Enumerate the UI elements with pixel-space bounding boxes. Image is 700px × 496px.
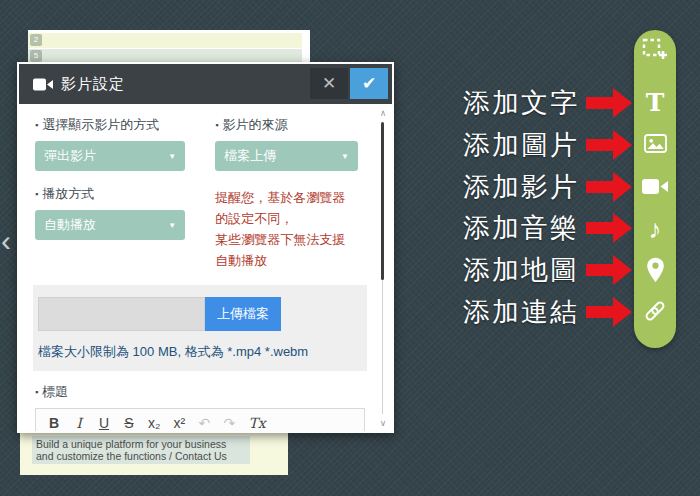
dialog-body: ▪選擇顯示影片的方式 彈出影片 ▼ ▪影片的來源 檔案上傳 ▼	[19, 104, 392, 433]
add-map-button[interactable]	[634, 257, 676, 287]
arrow-right-icon	[586, 213, 632, 243]
display-method-label: ▪選擇顯示影片的方式	[35, 116, 185, 134]
arrow-right-icon	[586, 88, 632, 118]
confirm-check-icon[interactable]: ✔	[350, 68, 388, 99]
close-icon[interactable]: ✕	[310, 68, 348, 99]
annotation-add-video: 添加影片	[450, 171, 632, 203]
map-pin-icon	[646, 257, 665, 287]
annotation-add-music: 添加音樂	[450, 212, 632, 244]
add-video-button[interactable]	[634, 174, 676, 202]
page-callout-text: Build a unique platform for your busines…	[32, 436, 250, 464]
richtext-editor: B I U S x₂ x² ↶ ↷ Tx	[35, 408, 365, 433]
desktop-background: 2 5 Build a unique platform for your bus…	[0, 0, 700, 496]
playback-method-label: ▪播放方式	[35, 185, 185, 203]
video-source-select[interactable]: 檔案上傳 ▼	[215, 141, 358, 171]
dialog-title: 影片設定	[61, 75, 125, 94]
chevron-down-icon: ▼	[341, 152, 349, 161]
display-method-value: 彈出影片	[44, 147, 96, 165]
underline-icon[interactable]: U	[98, 415, 110, 431]
file-size-hint: 檔案大小限制為 100 MB, 格式為 *.mp4 *.webm	[38, 343, 362, 361]
add-music-button[interactable]: ♪	[634, 215, 676, 243]
annotation-add-text: 添加文字	[450, 87, 632, 119]
annotation-label: 添加文字	[463, 85, 579, 121]
scrollbar-thumb[interactable]	[381, 122, 384, 280]
arrow-right-icon	[586, 297, 632, 327]
section-number-badge: 5	[30, 50, 42, 62]
annotation-label: 添加連結	[463, 294, 579, 330]
bullet-icon: ▪	[215, 120, 218, 130]
arrow-right-icon	[586, 255, 632, 285]
undo-icon[interactable]: ↶	[198, 415, 210, 431]
file-name-input[interactable]	[38, 297, 205, 331]
chevron-down-icon: ▼	[168, 152, 176, 161]
dialog-header: 影片設定 ✕ ✔	[19, 64, 392, 104]
video-camera-icon	[642, 178, 668, 199]
video-source-value: 檔案上傳	[224, 147, 276, 165]
video-camera-icon	[33, 78, 53, 91]
add-image-button[interactable]	[634, 131, 676, 159]
arrow-right-icon	[586, 172, 632, 202]
add-elements-toolbar: T ♪	[634, 30, 676, 348]
subscript-icon[interactable]: x₂	[148, 415, 160, 431]
image-icon	[644, 134, 667, 157]
annotation-label: 添加影片	[463, 169, 579, 205]
title-section-label: ▪標題	[35, 383, 358, 401]
bullet-icon: ▪	[35, 189, 38, 199]
add-link-button[interactable]	[634, 299, 676, 327]
italic-icon[interactable]: I	[73, 415, 85, 431]
video-source-label: ▪影片的來源	[215, 116, 358, 134]
upload-file-button[interactable]: 上傳檔案	[205, 297, 281, 331]
bullet-icon: ▪	[35, 120, 38, 130]
add-section-button[interactable]	[634, 38, 676, 66]
annotation-label: 添加音樂	[463, 210, 579, 246]
bullet-icon: ▪	[35, 387, 38, 397]
upload-panel: 上傳檔案 檔案大小限制為 100 MB, 格式為 *.mp4 *.webm	[33, 285, 367, 371]
annotation-add-map: 添加地圖	[450, 254, 632, 286]
scroll-up-icon[interactable]: ∧	[377, 108, 389, 118]
marquee-add-icon	[642, 38, 668, 66]
page-section-row: 2	[28, 33, 302, 48]
chevron-down-icon: ▼	[168, 221, 176, 230]
redo-icon[interactable]: ↷	[223, 415, 235, 431]
editor-toolbar-row1: B I U S x₂ x² ↶ ↷ Tx	[36, 409, 364, 433]
text-tool-icon: T	[646, 90, 665, 116]
remove-format-icon[interactable]: Tx	[248, 415, 265, 431]
annotation-label: 添加圖片	[463, 127, 579, 163]
section-number-badge: 2	[30, 34, 42, 46]
background-page-top: 2 5	[28, 30, 310, 62]
background-page-bottom: Build a unique platform for your busines…	[20, 433, 288, 475]
annotation-label: 添加地圖	[463, 252, 579, 288]
dialog-scrollbar: ∧ ∨	[377, 108, 389, 428]
playback-method-select[interactable]: 自動播放 ▼	[35, 210, 185, 240]
playback-method-value: 自動播放	[44, 216, 96, 234]
annotation-add-image: 添加圖片	[450, 129, 632, 161]
autoplay-warning-text: 提醒您，基於各瀏覽器的設定不同， 某些瀏覽器下無法支援自動播放	[215, 187, 358, 271]
scroll-down-icon[interactable]: ∨	[377, 418, 389, 428]
add-text-button[interactable]: T	[634, 89, 676, 117]
video-settings-dialog: 影片設定 ✕ ✔ ▪選擇顯示影片的方式 彈出影片 ▼ ▪影片的來源	[17, 62, 394, 433]
chevron-left-icon[interactable]: ‹	[1, 226, 11, 256]
music-note-icon: ♪	[649, 216, 662, 242]
strikethrough-icon[interactable]: S	[123, 415, 135, 431]
arrow-right-icon	[586, 130, 632, 160]
link-icon	[643, 299, 667, 327]
display-method-select[interactable]: 彈出影片 ▼	[35, 141, 185, 171]
superscript-icon[interactable]: x²	[173, 415, 185, 431]
annotation-add-link: 添加連結	[450, 296, 632, 328]
bold-icon[interactable]: B	[48, 415, 60, 431]
